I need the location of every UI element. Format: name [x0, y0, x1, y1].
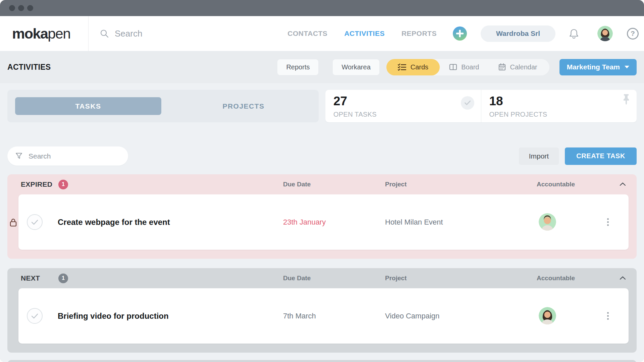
open-tasks-value: 27 [333, 94, 481, 108]
stats-card: 27 OPEN TASKS 18 OPEN PROJECTS [325, 90, 637, 122]
window-control-dot[interactable] [27, 5, 33, 11]
stats-row: TASKS PROJECTS 27 OPEN TASKS 18 OPEN PRO… [7, 90, 637, 122]
section-title: NEXT [21, 274, 58, 282]
accountable-avatar[interactable] [539, 213, 556, 231]
column-project: Project [385, 174, 407, 194]
lock-icon [9, 218, 17, 227]
nav-contacts[interactable]: CONTACTS [287, 29, 327, 38]
collapse-section-button[interactable] [620, 182, 626, 186]
accountable-avatar-image [539, 213, 556, 231]
collapse-section-button[interactable] [620, 276, 626, 280]
open-projects-label: OPEN PROJECTS [489, 111, 637, 118]
app-window: mokapen CONTACTS ACTIVITIES REPORTS Ward… [0, 0, 644, 362]
cards-view-button[interactable]: Cards [386, 59, 440, 75]
window-control-dot[interactable] [18, 5, 24, 11]
column-due-date: Due Date [283, 268, 311, 288]
task-menu-button[interactable] [605, 309, 610, 322]
calendar-icon [498, 63, 506, 71]
open-projects-value: 18 [489, 94, 637, 108]
search-icon [100, 29, 109, 38]
column-due-date: Due Date [283, 174, 311, 194]
window-titlebar [0, 0, 644, 16]
nav-activities[interactable]: ACTIVITIES [344, 29, 385, 38]
notifications-button[interactable] [569, 28, 579, 39]
import-button[interactable]: Import [519, 147, 559, 165]
section-title: EXPIRED [21, 180, 58, 188]
task-row[interactable]: Create webpage for the event 23th Januar… [18, 194, 629, 250]
task-title[interactable]: Briefing video for production [58, 288, 169, 344]
toolbar-actions: Reports Workarea Cards [277, 59, 637, 75]
board-view-button[interactable]: Board [440, 59, 488, 75]
complete-task-checkbox[interactable] [27, 308, 43, 324]
open-tasks-label: OPEN TASKS [333, 111, 481, 118]
column-project: Project [385, 268, 407, 288]
open-tasks-stat: 27 OPEN TASKS [325, 90, 481, 122]
complete-task-checkbox[interactable] [27, 214, 43, 230]
tasks-projects-toggle: TASKS PROJECTS [7, 90, 319, 122]
pin-icon [622, 94, 631, 107]
section-next-header: NEXT 1 Due Date Project Accountable [7, 268, 637, 288]
window-control-dot[interactable] [9, 5, 15, 11]
user-avatar[interactable] [597, 26, 613, 41]
section-next: NEXT 1 Due Date Project Accountable Brie… [7, 268, 637, 353]
quick-add-button[interactable] [453, 26, 467, 41]
actions-row: Import CREATE TASK [7, 146, 637, 166]
team-selector[interactable]: Marketing Team [559, 59, 637, 75]
logo[interactable]: mokapen [0, 16, 89, 51]
create-task-button[interactable]: CREATE TASK [565, 147, 637, 165]
plus-icon [456, 30, 464, 37]
global-search [100, 28, 205, 39]
actions-right: Import CREATE TASK [519, 147, 637, 165]
chevron-up-icon [620, 276, 626, 280]
task-filter-search [7, 146, 128, 166]
filter-icon [15, 153, 22, 160]
chevron-down-icon [625, 66, 629, 68]
help-glyph: ? [631, 29, 635, 38]
board-icon [449, 63, 457, 71]
column-accountable: Accountable [537, 268, 575, 288]
workarea-view-button[interactable]: Workarea [333, 59, 379, 75]
app-header: mokapen CONTACTS ACTIVITIES REPORTS Ward… [0, 16, 644, 51]
task-project: Video Campaign [385, 288, 439, 344]
section-peek-strip [7, 360, 637, 362]
page-title: ACTIVITIES [7, 63, 51, 72]
company-name: Wardroba Srl [496, 29, 540, 38]
nav-reports[interactable]: REPORTS [401, 29, 437, 38]
open-projects-stat: 18 OPEN PROJECTS [481, 90, 637, 122]
task-filter-input[interactable] [28, 152, 108, 161]
content-area: TASKS PROJECTS 27 OPEN TASKS 18 OPEN PRO… [0, 90, 644, 362]
column-accountable: Accountable [537, 174, 575, 194]
tab-projects[interactable]: PROJECTS [168, 90, 319, 122]
task-due-date: 23th January [283, 194, 326, 250]
activities-toolbar: ACTIVITIES Reports Workarea Card [0, 51, 644, 83]
calendar-view-button[interactable]: Calendar [489, 59, 547, 75]
task-menu-button[interactable] [605, 215, 610, 229]
checklist-icon [398, 63, 407, 71]
section-count-badge: 1 [58, 180, 68, 189]
reports-view-button[interactable]: Reports [277, 59, 318, 75]
company-selector[interactable]: Wardroba Srl [481, 25, 555, 42]
logo-light: pen [48, 25, 70, 42]
section-expired: EXPIRED 1 Due Date Project Accountable [7, 174, 637, 259]
accountable-avatar[interactable] [539, 307, 556, 324]
section-count-badge: 1 [58, 274, 68, 283]
tab-tasks[interactable]: TASKS [15, 97, 161, 115]
accountable-avatar-image [539, 307, 556, 324]
chevron-up-icon [620, 182, 626, 186]
section-expired-header: EXPIRED 1 Due Date Project Accountable [7, 174, 637, 194]
global-search-input[interactable] [114, 28, 205, 39]
main-nav: CONTACTS ACTIVITIES REPORTS [287, 29, 437, 38]
logo-bold: moka [12, 25, 48, 42]
tasks-check-icon [461, 96, 474, 110]
view-switcher: Cards Board [386, 59, 549, 75]
task-row[interactable]: Briefing video for production 7th March … [18, 288, 629, 344]
bell-icon [569, 28, 579, 39]
task-due-date: 7th March [283, 288, 316, 344]
task-title[interactable]: Create webpage for the event [58, 194, 170, 250]
task-project: Hotel Milan Event [385, 194, 443, 250]
help-button[interactable]: ? [627, 28, 639, 40]
user-avatar-image [597, 26, 613, 41]
